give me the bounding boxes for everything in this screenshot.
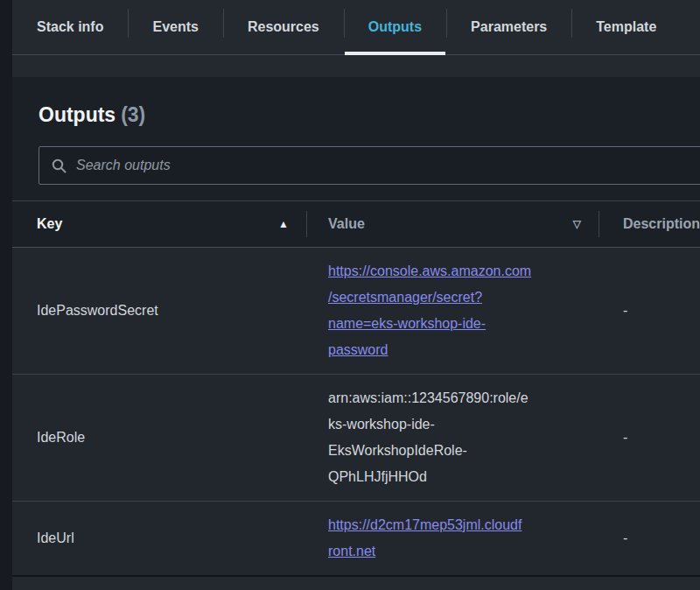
output-key-cell: IdeUrl: [12, 520, 306, 557]
output-value-link[interactable]: https://d2cm17mep53jml.cloudfront.net: [328, 512, 581, 565]
output-value-cell: arn:aws:iam::1234567890:role/eks-worksho…: [306, 375, 598, 501]
outputs-panel: Outputs(3) Key▲Value▽Description IdePass…: [12, 77, 700, 577]
output-value-link[interactable]: https://console.aws.amazon.com/secretsma…: [328, 258, 581, 363]
value-line: ront.net: [328, 538, 581, 565]
sort-ascending-icon: ▲: [278, 218, 289, 230]
output-key-cell: IdeRole: [12, 419, 306, 456]
panel-title-text: Outputs: [38, 103, 116, 126]
tab-outputs[interactable]: Outputs: [344, 0, 446, 54]
column-header-description[interactable]: Description: [598, 201, 700, 247]
table-row: IdeUrlhttps://d2cm17mep53jml.cloudfront.…: [12, 501, 700, 575]
value-line: https://d2cm17mep53jml.cloudf: [328, 512, 581, 538]
main-content: Stack infoEventsResourcesOutputsParamete…: [12, 0, 700, 590]
column-label: Value: [328, 216, 365, 232]
value-line: name=eks-workshop-ide-: [328, 311, 581, 337]
output-key-cell: IdePasswordSecret: [12, 292, 306, 329]
value-line: EksWorkshopIdeRole-: [328, 438, 581, 464]
value-line: QPhLHJfjHHOd: [328, 464, 581, 490]
search-icon: [52, 158, 66, 173]
value-line: arn:aws:iam::1234567890:role/e: [328, 385, 581, 411]
table-row: IdePasswordSecrethttps://console.aws.ama…: [12, 248, 700, 374]
column-label: Description: [623, 216, 700, 232]
tab-stack-info[interactable]: Stack info: [12, 0, 128, 54]
sort-descending-icon: ▽: [573, 218, 581, 230]
tab-resources[interactable]: Resources: [223, 0, 344, 54]
stack-tab-bar: Stack infoEventsResourcesOutputsParamete…: [12, 0, 700, 55]
column-header-value[interactable]: Value▽: [306, 201, 598, 247]
value-line: password: [328, 337, 581, 363]
panel-counter: (3): [121, 103, 145, 126]
output-description-cell: -: [598, 419, 700, 456]
value-line: /secretsmanager/secret?: [328, 284, 581, 311]
value-line: ks-workshop-ide-: [328, 411, 581, 438]
output-description-cell: -: [598, 520, 700, 557]
tab-template[interactable]: Template: [571, 0, 681, 54]
table-body: IdePasswordSecrethttps://console.aws.ama…: [12, 248, 700, 575]
outputs-panel-header: Outputs(3): [12, 77, 700, 185]
output-value-cell: https://console.aws.amazon.com/secretsma…: [306, 248, 598, 374]
column-header-key[interactable]: Key▲: [12, 201, 306, 247]
table-row: IdeRolearn:aws:iam::1234567890:role/eks-…: [12, 374, 700, 501]
column-label: Key: [37, 216, 62, 232]
value-line: https://console.aws.amazon.com: [328, 258, 581, 284]
panel-title: Outputs(3): [38, 103, 700, 126]
search-box: [38, 146, 700, 185]
search-outputs-input[interactable]: [76, 158, 700, 173]
tab-events[interactable]: Events: [128, 0, 222, 54]
output-description-cell: -: [598, 292, 700, 329]
table-header-row: Key▲Value▽Description: [12, 200, 700, 248]
tab-parameters[interactable]: Parameters: [446, 0, 571, 54]
output-value-cell: https://d2cm17mep53jml.cloudfront.net: [306, 502, 598, 575]
